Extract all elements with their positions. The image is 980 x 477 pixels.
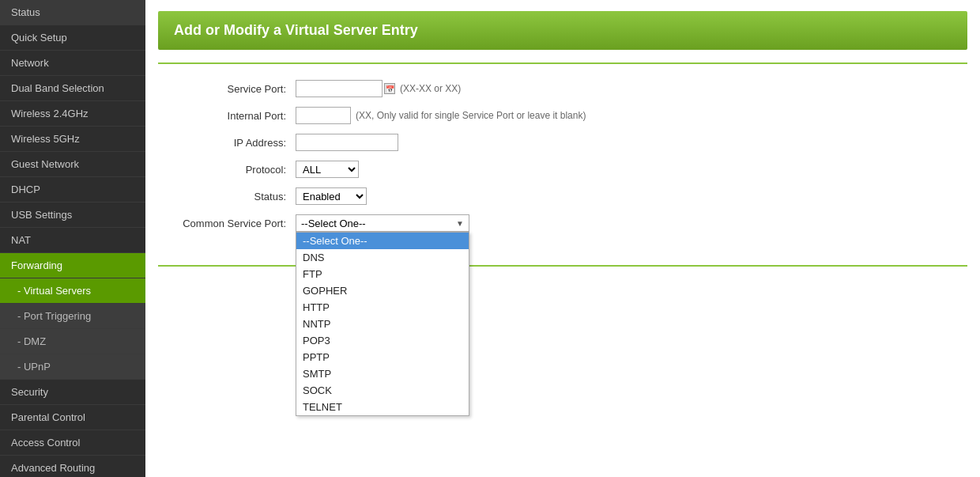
protocol-controls: ALL TCP UDP bbox=[296, 161, 956, 178]
internal-port-hint: (XX, Only valid for single Service Port … bbox=[356, 110, 586, 121]
service-port-wrapper: 📅 bbox=[296, 80, 395, 97]
ip-address-input[interactable] bbox=[296, 134, 398, 151]
sidebar-item-access-control[interactable]: Access Control bbox=[0, 430, 145, 456]
sidebar-item-network[interactable]: Network bbox=[0, 51, 145, 76]
service-port-controls: 📅 (XX-XX or XX) bbox=[296, 80, 956, 97]
sidebar-item-nat[interactable]: NAT bbox=[0, 228, 145, 253]
sidebar-item-port-triggering[interactable]: - Port Triggering bbox=[0, 304, 145, 329]
service-port-label: Service Port: bbox=[169, 83, 296, 95]
dropdown-option-7[interactable]: PPTP bbox=[296, 349, 469, 365]
internal-port-controls: (XX, Only valid for single Service Port … bbox=[296, 107, 956, 124]
dropdown-option-3[interactable]: GOPHER bbox=[296, 282, 469, 299]
protocol-label: Protocol: bbox=[169, 164, 296, 176]
dropdown-option-0[interactable]: --Select One-- bbox=[296, 233, 469, 249]
bottom-divider bbox=[158, 265, 967, 267]
dropdown-option-8[interactable]: SMTP bbox=[296, 365, 469, 382]
common-service-port-list: --Select One--DNSFTPGOPHERHTTPNNTPPOP3PP… bbox=[296, 232, 469, 416]
common-service-port-controls: --Select One-- ▼ --Select One--DNSFTPGOP… bbox=[296, 214, 956, 232]
sidebar-item-forwarding[interactable]: Forwarding bbox=[0, 253, 145, 278]
common-service-port-label: Common Service Port: bbox=[169, 218, 296, 229]
sidebar-item-quick-setup[interactable]: Quick Setup bbox=[0, 25, 145, 51]
sidebar: StatusQuick SetupNetworkDual Band Select… bbox=[0, 0, 145, 477]
ip-address-row: IP Address: bbox=[169, 134, 956, 151]
sidebar-item-wireless-5[interactable]: Wireless 5GHz bbox=[0, 127, 145, 152]
sidebar-item-security[interactable]: Security bbox=[0, 380, 145, 405]
sidebar-item-advanced-routing[interactable]: Advanced Routing bbox=[0, 456, 145, 477]
internal-port-label: Internal Port: bbox=[169, 110, 296, 122]
sidebar-item-status[interactable]: Status bbox=[0, 0, 145, 25]
form-area: Service Port: 📅 (XX-XX or XX) Internal P… bbox=[145, 64, 980, 257]
sidebar-item-virtual-servers[interactable]: - Virtual Servers bbox=[0, 278, 145, 304]
ip-address-label: IP Address: bbox=[169, 137, 296, 149]
ip-address-controls bbox=[296, 134, 956, 151]
service-port-hint: (XX-XX or XX) bbox=[400, 83, 461, 94]
internal-port-row: Internal Port: (XX, Only valid for singl… bbox=[169, 107, 956, 124]
status-controls: Enabled Disabled bbox=[296, 187, 956, 205]
common-service-port-display[interactable]: --Select One-- ▼ bbox=[296, 214, 469, 232]
dropdown-arrow-icon: ▼ bbox=[456, 219, 464, 228]
sidebar-item-dual-band[interactable]: Dual Band Selection bbox=[0, 76, 145, 101]
internal-port-input[interactable] bbox=[296, 107, 351, 124]
sidebar-item-guest-network[interactable]: Guest Network bbox=[0, 152, 145, 177]
dropdown-selected-text: --Select One-- bbox=[301, 218, 366, 229]
sidebar-item-usb-settings[interactable]: USB Settings bbox=[0, 203, 145, 228]
dropdown-option-2[interactable]: FTP bbox=[296, 266, 469, 282]
dropdown-option-1[interactable]: DNS bbox=[296, 249, 469, 266]
protocol-row: Protocol: ALL TCP UDP bbox=[169, 161, 956, 178]
common-service-port-dropdown-wrapper: --Select One-- ▼ --Select One--DNSFTPGOP… bbox=[296, 214, 469, 232]
dropdown-option-10[interactable]: TELNET bbox=[296, 399, 469, 415]
dropdown-option-4[interactable]: HTTP bbox=[296, 299, 469, 316]
common-service-port-row: Common Service Port: --Select One-- ▼ --… bbox=[169, 214, 956, 232]
service-port-row: Service Port: 📅 (XX-XX or XX) bbox=[169, 80, 956, 97]
dropdown-option-5[interactable]: NNTP bbox=[296, 316, 469, 332]
status-row: Status: Enabled Disabled bbox=[169, 187, 956, 205]
page-title: Add or Modify a Virtual Server Entry bbox=[158, 11, 967, 50]
status-label: Status: bbox=[169, 191, 296, 203]
protocol-select[interactable]: ALL TCP UDP bbox=[296, 161, 359, 178]
dropdown-option-9[interactable]: SOCK bbox=[296, 382, 469, 399]
sidebar-item-dhcp[interactable]: DHCP bbox=[0, 177, 145, 203]
service-port-input[interactable] bbox=[296, 80, 383, 97]
main-content: Add or Modify a Virtual Server Entry Ser… bbox=[145, 0, 980, 477]
sidebar-item-parental-control[interactable]: Parental Control bbox=[0, 405, 145, 430]
dropdown-option-6[interactable]: POP3 bbox=[296, 332, 469, 349]
sidebar-item-wireless-24[interactable]: Wireless 2.4GHz bbox=[0, 101, 145, 127]
calendar-icon[interactable]: 📅 bbox=[384, 83, 395, 94]
status-select[interactable]: Enabled Disabled bbox=[296, 187, 367, 205]
sidebar-item-dmz[interactable]: - DMZ bbox=[0, 329, 145, 354]
sidebar-item-upnp[interactable]: - UPnP bbox=[0, 354, 145, 380]
